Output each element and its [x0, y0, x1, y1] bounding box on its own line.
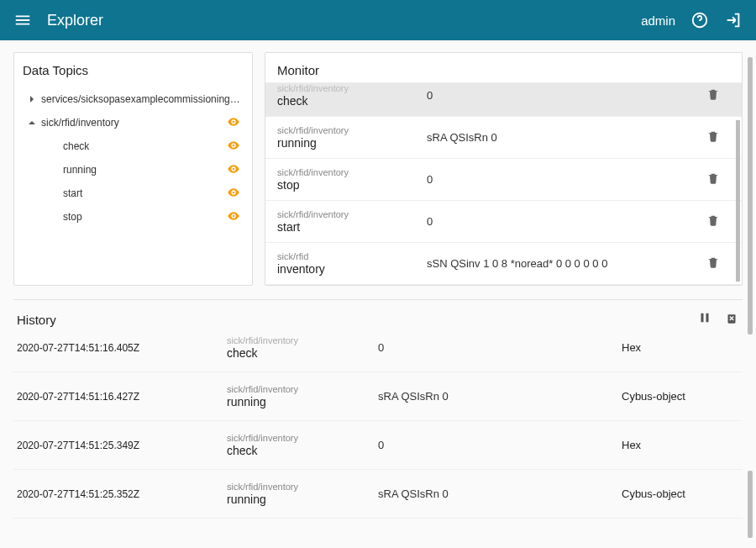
trash-icon[interactable] — [696, 213, 730, 229]
monitor-row[interactable]: sick/rfid/inventorycheck0 — [265, 83, 742, 117]
tree-label: start — [63, 187, 227, 199]
monitor-row[interactable]: sick/rfidinventorysSN QSinv 1 0 8 *norea… — [265, 243, 742, 285]
history-value: 0 — [378, 439, 622, 451]
tree-indent — [46, 162, 61, 177]
monitor-topic: sick/rfid/inventory — [277, 83, 420, 93]
tree-label: sick/rfid/inventory — [41, 117, 227, 129]
eye-icon[interactable] — [227, 209, 242, 224]
monitor-row[interactable]: sick/rfid/inventorystart0 — [265, 201, 742, 243]
monitor-value: 0 — [427, 215, 690, 228]
monitor-panel: Monitor sick/rfid/inventorycheck0sick/rf… — [265, 52, 743, 286]
tree-leaf[interactable]: start — [23, 182, 244, 205]
monitor-name: start — [277, 220, 420, 234]
monitor-name: inventory — [277, 262, 420, 276]
tree-branch[interactable]: sick/rfid/inventory — [23, 111, 244, 134]
data-topics-title: Data Topics — [23, 63, 244, 77]
monitor-row[interactable]: sick/rfid/inventoryrunningsRA QSIsRn 0 — [265, 117, 742, 159]
history-row[interactable]: 2020-07-27T14:51:25.352Zsick/rfid/invent… — [13, 470, 743, 519]
history-name: check — [227, 346, 378, 360]
tree-leaf[interactable]: running — [23, 158, 244, 182]
monitor-title: Monitor — [265, 53, 742, 82]
clear-icon[interactable] — [724, 310, 739, 329]
history-row[interactable]: 2020-07-27T14:51:16.427Zsick/rfid/invent… — [13, 372, 743, 421]
app-title: Explorer — [47, 12, 641, 29]
pause-icon[interactable] — [697, 310, 712, 329]
history-name: running — [227, 395, 378, 408]
history-row[interactable]: 2020-07-27T14:51:16.405Zsick/rfid/invent… — [13, 335, 743, 372]
logout-icon[interactable] — [724, 11, 743, 29]
eye-icon[interactable] — [227, 162, 242, 177]
monitor-name: running — [277, 136, 420, 150]
tree-label: services/sicksopasexamplecommissioningfi… — [41, 93, 242, 105]
history-value: sRA QSIsRn 0 — [378, 487, 622, 500]
menu-icon[interactable] — [13, 11, 32, 29]
history-name: check — [227, 444, 378, 457]
tree-label: running — [63, 164, 227, 176]
app-header: Explorer admin — [0, 0, 756, 40]
history-timestamp: 2020-07-27T14:51:25.352Z — [17, 488, 227, 500]
monitor-value: 0 — [427, 89, 690, 102]
page-scrollbar[interactable] — [748, 57, 753, 335]
monitor-name: check — [277, 94, 420, 108]
history-topic: sick/rfid/inventory — [227, 482, 378, 492]
monitor-topic: sick/rfid/inventory — [277, 209, 420, 219]
page-scrollbar-lower[interactable] — [748, 471, 753, 538]
history-row[interactable]: 2020-07-27T14:51:25.349Zsick/rfid/invent… — [13, 421, 743, 470]
trash-icon[interactable] — [696, 129, 730, 145]
tree-label: stop — [63, 211, 227, 223]
help-icon[interactable] — [690, 11, 709, 29]
history-timestamp: 2020-07-27T14:51:16.405Z — [17, 342, 227, 354]
chevron-right-icon[interactable] — [24, 92, 39, 107]
monitor-row[interactable]: sick/rfid/inventorystop0 — [265, 159, 742, 201]
monitor-topic: sick/rfid — [277, 251, 420, 261]
history-topic: sick/rfid/inventory — [227, 335, 378, 345]
tree-indent — [46, 209, 61, 224]
tree-indent — [46, 186, 61, 201]
history-topic: sick/rfid/inventory — [227, 384, 378, 394]
eye-icon[interactable] — [227, 186, 242, 201]
tree-leaf[interactable]: check — [23, 134, 244, 158]
monitor-list: sick/rfid/inventorycheck0sick/rfid/inven… — [265, 82, 742, 285]
monitor-value: 0 — [427, 173, 690, 186]
history-topic: sick/rfid/inventory — [227, 433, 378, 443]
trash-icon[interactable] — [696, 256, 730, 271]
trash-icon[interactable] — [696, 171, 730, 187]
history-list: 2020-07-27T14:51:16.405Zsick/rfid/invent… — [13, 335, 743, 519]
history-format: Hex — [622, 341, 739, 354]
monitor-name: stop — [277, 178, 420, 192]
history-title: History — [17, 313, 697, 327]
user-label: admin — [641, 13, 675, 28]
tree-branch[interactable]: services/sicksopasexamplecommissioningfi… — [23, 87, 244, 111]
history-value: 0 — [378, 341, 622, 354]
history-format: Hex — [622, 439, 739, 451]
tree-label: check — [63, 140, 227, 152]
eye-icon[interactable] — [227, 139, 242, 154]
monitor-topic: sick/rfid/inventory — [277, 125, 420, 135]
monitor-value: sSN QSinv 1 0 8 *noread* 0 0 0 0 0 0 — [427, 257, 690, 270]
tree-indent — [46, 139, 61, 154]
history-timestamp: 2020-07-27T14:51:16.427Z — [17, 391, 227, 403]
chevron-up-icon[interactable] — [24, 115, 39, 130]
data-topics-tree: services/sicksopasexamplecommissioningfi… — [23, 87, 244, 229]
history-format: Cybus-object — [622, 487, 739, 500]
eye-icon[interactable] — [227, 115, 242, 130]
data-topics-panel: Data Topics services/sicksopasexamplecom… — [13, 52, 253, 286]
monitor-value: sRA QSIsRn 0 — [427, 131, 690, 144]
history-timestamp: 2020-07-27T14:51:25.349Z — [17, 440, 227, 451]
tree-leaf[interactable]: stop — [23, 205, 244, 229]
trash-icon[interactable] — [696, 87, 730, 103]
history-format: Cybus-object — [622, 390, 739, 403]
history-panel: History 2020-07-27T14:51:16.405Zsick/rfi… — [13, 299, 743, 519]
history-name: running — [227, 493, 378, 506]
history-value: sRA QSIsRn 0 — [378, 390, 622, 403]
monitor-scrollbar[interactable] — [736, 120, 740, 282]
monitor-topic: sick/rfid/inventory — [277, 167, 420, 177]
